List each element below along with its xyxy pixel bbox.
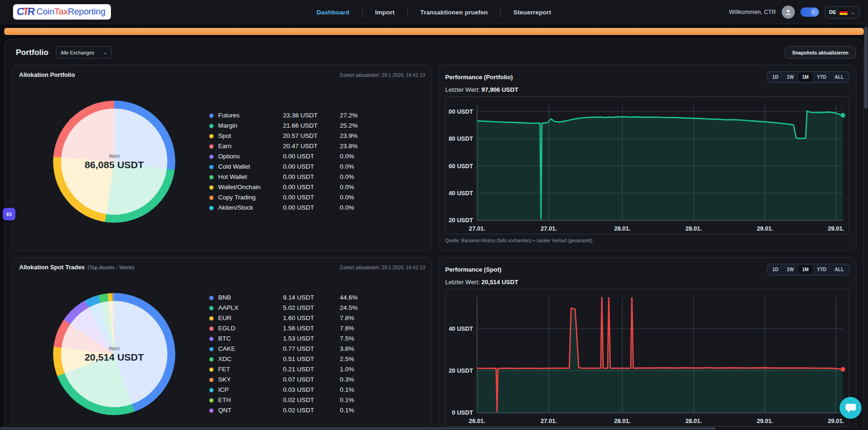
chat-button[interactable] <box>840 397 861 419</box>
legend-label: Spot <box>209 132 283 140</box>
legend-value: 1.60 USDT <box>283 314 340 322</box>
language-select[interactable]: DE ⌄ <box>825 6 860 19</box>
legend-percent: 0.0% <box>340 193 376 202</box>
range-button-1m[interactable]: 1M <box>799 265 813 274</box>
moon-icon: ☾ <box>811 9 817 15</box>
vertical-scrollbar[interactable] <box>864 0 868 430</box>
legend-color-dot <box>209 409 214 413</box>
app-title: CoinTaxReporting <box>36 7 105 17</box>
svg-text:20 USDT: 20 USDT <box>449 217 473 224</box>
svg-text:0 USDT: 0 USDT <box>452 409 473 416</box>
legend-label: SKY <box>209 375 283 384</box>
nav-item-dashboard[interactable]: Dashboard <box>304 7 362 18</box>
legend-percent: 1.0% <box>340 365 376 374</box>
legend-percent: 25.2% <box>340 122 376 130</box>
legend-color-dot <box>209 378 214 382</box>
range-button-all[interactable]: ALL <box>831 73 847 82</box>
legend-color-dot <box>209 296 214 300</box>
range-button-1w[interactable]: 1W <box>783 265 798 274</box>
legend-color-dot <box>209 398 214 403</box>
donut-center: Wert 20,514 USDT <box>53 293 175 415</box>
main-panel: Portfolio Alle Exchanges ⌄ Snapshots akt… <box>4 39 864 430</box>
legend-item-icp: ICP0.03 USDT0.1% <box>209 386 376 394</box>
legend-item-cold-wallet: Cold Wallet0.00 USDT0.0% <box>209 163 376 171</box>
exchange-filter-select[interactable]: Alle Exchanges ⌄ <box>56 46 112 59</box>
portfolio-legend: Futures23.38 USDT27.2%Margin21.66 USDT25… <box>209 80 425 243</box>
range-selector: 1D1W1MYTDALL <box>767 264 849 275</box>
legend-value: 0.00 USDT <box>283 204 340 212</box>
range-button-all[interactable]: ALL <box>831 265 847 274</box>
snapshots-refresh-button[interactable]: Snapshots aktualisieren <box>785 46 856 59</box>
svg-text:28.01.: 28.01. <box>685 225 702 232</box>
legend-item-egld: EGLD1.56 USDT7.6% <box>209 324 376 333</box>
ki-assistant-button[interactable]: KI <box>3 208 15 220</box>
card-title: Performance (Spot) <box>445 266 502 273</box>
accent-bar <box>4 28 864 35</box>
legend-item-bnb: BNB9.14 USDT44.6% <box>209 293 376 302</box>
nav-item-transaktionen-pruefen[interactable]: Transaktionen pruefen <box>407 7 501 18</box>
legend-percent: 0.1% <box>340 396 376 404</box>
legend-color-dot <box>209 206 214 210</box>
legend-percent: 7.6% <box>340 324 376 333</box>
chevron-down-icon: ⌄ <box>851 10 855 15</box>
nav-item-steuerreport[interactable]: Steuerreport <box>500 7 564 18</box>
horizontal-scrollbar[interactable] <box>0 427 864 430</box>
donut-center-label: Wert <box>109 346 119 351</box>
range-selector: 1D1W1MYTDALL <box>767 71 849 83</box>
svg-text:60 USDT: 60 USDT <box>449 163 473 170</box>
legend-color-dot <box>209 175 214 179</box>
svg-text:27.01.: 27.01. <box>541 417 557 424</box>
range-button-1d[interactable]: 1D <box>769 265 782 274</box>
legend-color-dot <box>209 196 214 200</box>
nav-item-import[interactable]: Import <box>362 7 407 18</box>
theme-toggle[interactable]: ☾ <box>800 7 819 17</box>
svg-text:40 USDT: 40 USDT <box>449 325 473 332</box>
legend-value: 0.00 USDT <box>283 193 340 202</box>
legend-percent: 0.0% <box>340 204 376 212</box>
legend-label: ICP <box>209 386 283 394</box>
legend-value: 0.07 USDT <box>283 375 340 384</box>
svg-text:40 USDT: 40 USDT <box>449 190 473 197</box>
last-value-line: Letzter Wert: 97,906 USDT <box>445 86 849 93</box>
legend-color-dot <box>209 144 214 149</box>
legend-value: 1.56 USDT <box>283 324 340 333</box>
range-button-1m[interactable]: 1M <box>799 73 813 82</box>
legend-label: Cold Wallet <box>209 163 283 171</box>
user-avatar[interactable] <box>782 6 795 19</box>
legend-value: 5.02 USDT <box>283 304 340 312</box>
legend-percent: 0.0% <box>340 183 376 191</box>
range-button-1d[interactable]: 1D <box>769 73 782 82</box>
legend-value: 21.66 USDT <box>283 122 340 130</box>
legend-value: 23.38 USDT <box>283 111 340 120</box>
svg-text:29.01.: 29.01. <box>757 417 773 424</box>
scrollbar-thumb[interactable] <box>0 427 716 430</box>
legend-value: 20.57 USDT <box>283 132 340 140</box>
person-icon <box>785 8 792 16</box>
legend-value: 0.00 USDT <box>283 152 340 161</box>
range-button-ytd[interactable]: YTD <box>813 73 830 82</box>
legend-label: Aktien/Stock <box>209 204 283 212</box>
range-button-1w[interactable]: 1W <box>783 73 798 82</box>
legend-label: Options <box>209 152 283 161</box>
legend-item-sky: SKY0.07 USDT0.3% <box>209 375 376 384</box>
last-updated-text: Zuletzt aktualisiert: 29.1.2026, 16:41:1… <box>339 72 425 78</box>
svg-text:29.01.: 29.01. <box>757 225 773 232</box>
german-flag-icon <box>840 10 847 15</box>
card-title: Allokation Spot Trades <box>19 264 85 271</box>
legend-value: 0.02 USDT <box>283 406 340 415</box>
legend-item-futures: Futures23.38 USDT27.2% <box>209 111 376 120</box>
row-portfolio: Allokation Portfolio Zuletzt aktualisier… <box>5 59 863 251</box>
app-logo[interactable]: CTR CoinTaxReporting <box>13 4 111 20</box>
legend-item-xdc: XDC0.51 USDT2.5% <box>209 355 376 363</box>
dashboard-page: CTR CoinTaxReporting DashboardImportTran… <box>0 0 868 430</box>
legend-percent: 23.8% <box>340 142 376 150</box>
svg-text:28.01.: 28.01. <box>614 417 630 424</box>
spot-chart-box: 0 USDT20 USDT40 USDT26.01.27.01.28.01.28… <box>445 289 849 427</box>
legend-color-dot <box>209 155 214 159</box>
scrollbar-thumb[interactable] <box>864 27 868 109</box>
last-updated-text: Zuletzt aktualisiert: 29.1.2026, 16:41:1… <box>339 265 425 270</box>
legend-item-aaplx: AAPLX5.02 USDT24.5% <box>209 304 376 312</box>
range-button-ytd[interactable]: YTD <box>813 265 830 274</box>
legend-value: 1.53 USDT <box>283 334 340 343</box>
legend-value: 0.21 USDT <box>283 365 340 374</box>
